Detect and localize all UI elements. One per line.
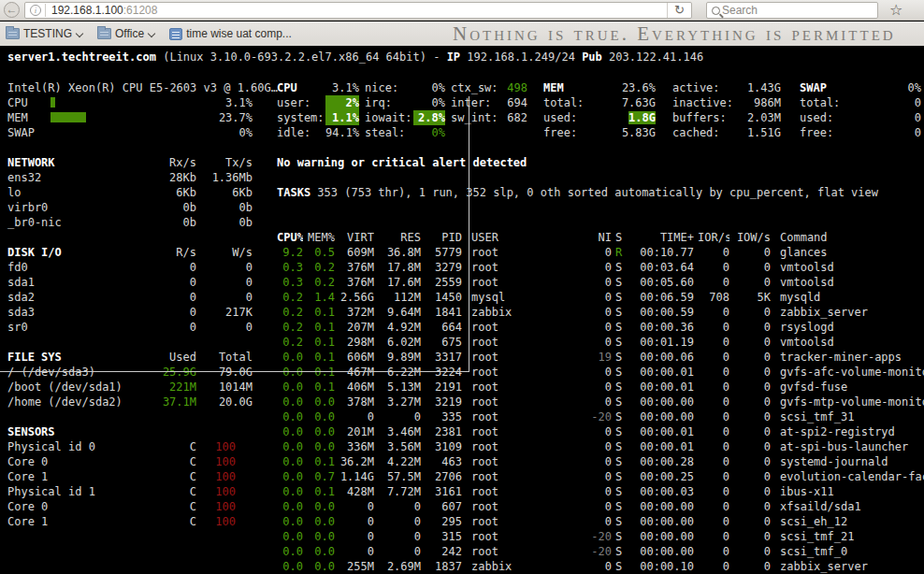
proc-user: root bbox=[466, 275, 587, 290]
proc-res: 36.8M bbox=[378, 245, 421, 260]
proc-time: 00:00.10 bbox=[630, 559, 694, 574]
proc-command: gvfsd-fuse bbox=[774, 380, 924, 395]
proc-ni: 0 bbox=[591, 439, 612, 454]
tx-value: 6Kb bbox=[196, 185, 253, 200]
proc-pid: 3224 bbox=[425, 365, 462, 380]
proc-time: 00:00.00 bbox=[630, 514, 694, 529]
steal-value: 0% bbox=[413, 125, 445, 140]
proc-virt: 0 bbox=[339, 544, 374, 559]
reload-icon[interactable]: ↻ bbox=[667, 3, 691, 18]
cpu-stats-panel: CPU3.1%nice:0%ctx_sw:498 user:2%irq:0%in… bbox=[277, 80, 531, 140]
proc-iow: 0 bbox=[733, 320, 771, 335]
proc-virt: 376M bbox=[339, 260, 374, 275]
proc-cpu: 0.0 bbox=[277, 454, 303, 469]
col-user[interactable]: USER bbox=[466, 230, 587, 245]
proc-command: at-spi-bus-launcher bbox=[774, 439, 924, 454]
swap-total-value: 0 bbox=[846, 95, 921, 110]
proc-user: root bbox=[466, 469, 587, 484]
proc-res: 3.56M bbox=[378, 439, 421, 454]
bookmark-star-icon[interactable]: ☆ bbox=[889, 1, 902, 19]
proc-virt: 2.56G bbox=[339, 290, 374, 305]
col-virt[interactable]: VIRT bbox=[339, 230, 374, 245]
sensor-value: 100 bbox=[196, 454, 236, 469]
proc-ni: 0 bbox=[591, 335, 612, 350]
proc-virt: 609M bbox=[339, 245, 374, 260]
proc-ior: 0 bbox=[698, 499, 729, 514]
col-time[interactable]: TIME+ bbox=[630, 230, 694, 245]
quicklook-label: CPU bbox=[7, 95, 51, 110]
interface-name: ens32 bbox=[7, 170, 140, 185]
proc-user: root bbox=[466, 365, 587, 380]
proc-pid: 463 bbox=[425, 454, 462, 469]
col-command[interactable]: Command bbox=[774, 230, 924, 245]
usage-percent: 3.1% bbox=[202, 95, 253, 110]
proc-pid: 335 bbox=[425, 409, 462, 424]
sensor-value: 100 bbox=[196, 499, 236, 514]
bookmark-page-timewise[interactable]: time wise uat comp... bbox=[169, 27, 292, 40]
proc-virt: 376M bbox=[339, 275, 374, 290]
proc-res: 0 bbox=[378, 544, 421, 559]
rx-value: 0b bbox=[140, 200, 196, 215]
bookmark-folder-office[interactable]: Office bbox=[97, 27, 154, 40]
irq-value: 0% bbox=[413, 95, 445, 110]
col-cpu[interactable]: CPU% bbox=[277, 230, 303, 245]
process-table-header: CPU% MEM% VIRT RES PID USER NI S TIME+ I… bbox=[277, 230, 924, 245]
back-button[interactable]: ← bbox=[4, 2, 20, 18]
cached-value: 1.51G bbox=[734, 125, 781, 140]
proc-cpu: 0.0 bbox=[277, 484, 303, 499]
proc-mem: 0.0 bbox=[307, 544, 335, 559]
used-value: 37.1M bbox=[140, 395, 196, 409]
proc-cpu: 0.0 bbox=[277, 559, 303, 574]
proc-time: 00:01.19 bbox=[630, 335, 694, 350]
artifact-line-horizontal bbox=[0, 371, 469, 372]
proc-iow: 0 bbox=[733, 380, 771, 395]
search-bar[interactable] bbox=[706, 2, 878, 19]
col-pid[interactable]: PID bbox=[425, 230, 462, 245]
proc-command: vmtoolsd bbox=[774, 335, 924, 350]
proc-time: 00:00.28 bbox=[630, 454, 694, 469]
url-bar[interactable]: i 192.168.1.100 :61208 ↻ bbox=[24, 2, 692, 19]
process-row: 0.0 0.0 0 0 295 root 0 S 00:00.00 0 0 sc… bbox=[277, 514, 924, 529]
proc-cpu: 0.0 bbox=[277, 529, 303, 544]
interface-name: _br0-nic bbox=[7, 215, 140, 230]
proc-ior: 0 bbox=[698, 245, 729, 260]
site-info-icon[interactable]: i bbox=[30, 5, 41, 16]
quicklook-label: MEM bbox=[7, 110, 51, 125]
ip-label: IP bbox=[447, 50, 460, 64]
diskio-row: sr000 bbox=[7, 320, 253, 335]
col-s[interactable]: S bbox=[615, 230, 627, 245]
proc-virt: 298M bbox=[339, 335, 374, 350]
alert-message: No warning or critical alert detected bbox=[277, 155, 527, 170]
sensor-name: Physical id 1 bbox=[7, 484, 140, 499]
col-mem[interactable]: MEM% bbox=[307, 230, 335, 245]
col-iow[interactable]: IOW/s bbox=[733, 230, 771, 245]
diskio-row: sda30217K bbox=[7, 305, 253, 320]
search-input[interactable] bbox=[722, 4, 877, 17]
process-row: 0.3 0.2 376M 17.6M 2559 root 0 S 00:05.6… bbox=[277, 275, 924, 290]
col-res[interactable]: RES bbox=[378, 230, 421, 245]
proc-mem: 0.0 bbox=[307, 424, 335, 439]
filesys-title: FILE SYS bbox=[7, 350, 140, 365]
col-ior[interactable]: IOR/s bbox=[698, 230, 729, 245]
bookmark-folder-testing[interactable]: TESTING bbox=[6, 27, 82, 40]
proc-mem: 0.1 bbox=[307, 335, 335, 350]
proc-state: S bbox=[615, 559, 627, 574]
process-row: 0.2 0.1 207M 4.92M 664 root 0 S 00:00.36… bbox=[277, 320, 924, 335]
proc-virt: 606M bbox=[339, 350, 374, 365]
col-ni[interactable]: NI bbox=[591, 230, 612, 245]
disk-name: sda2 bbox=[7, 290, 140, 305]
artifact-line-vertical bbox=[469, 96, 469, 371]
proc-time: 00:00.59 bbox=[630, 305, 694, 320]
process-row: 0.2 0.1 298M 6.02M 675 root 0 S 00:01.19… bbox=[277, 335, 924, 350]
steal-label: steal: bbox=[365, 125, 413, 140]
proc-pid: 3279 bbox=[425, 260, 462, 275]
proc-ni: 0 bbox=[591, 395, 612, 409]
usage-bar bbox=[51, 127, 202, 137]
swap-title: SWAP bbox=[800, 80, 846, 95]
proc-mem: 0.1 bbox=[307, 350, 335, 365]
bookmark-label: Office bbox=[115, 27, 144, 40]
interface-name: virbr0 bbox=[7, 200, 140, 215]
diskio-row: sda100 bbox=[7, 275, 253, 290]
ctxsw-label: ctx_sw: bbox=[451, 80, 499, 95]
proc-ior: 0 bbox=[698, 559, 729, 574]
